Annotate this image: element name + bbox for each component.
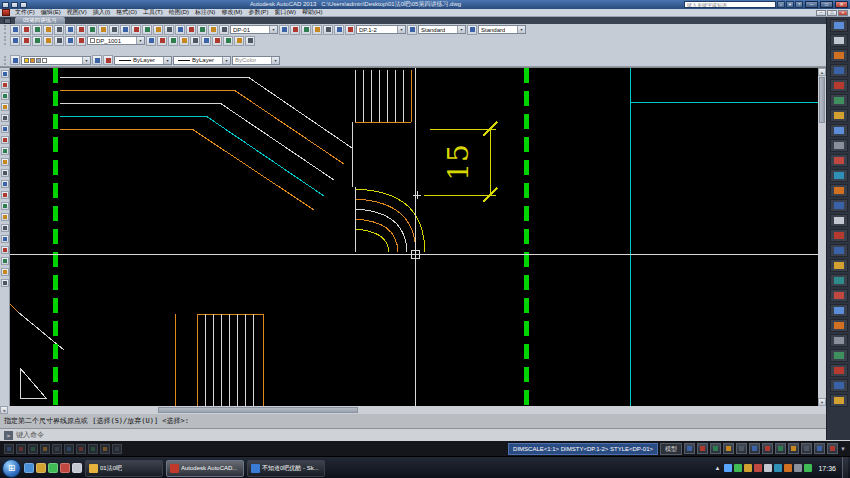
toolbar-icon[interactable] (1, 268, 9, 276)
dim-style-2-combo[interactable]: DP.1-2 ▾ (356, 25, 406, 34)
toolbar-icon[interactable] (142, 25, 152, 35)
toolbar-icon[interactable] (407, 25, 417, 35)
toolbar-icon[interactable] (467, 25, 477, 35)
toolbar-icon[interactable] (76, 36, 86, 46)
toolbar-icon[interactable] (10, 55, 20, 65)
toolbar-icon[interactable] (131, 25, 141, 35)
status-menu-caret-icon[interactable]: ▼ (840, 446, 846, 452)
palette-icon[interactable] (830, 124, 848, 137)
toolbar-icon[interactable] (1, 279, 9, 287)
palette-icon[interactable] (830, 139, 848, 152)
vertical-scroll-thumb[interactable] (819, 77, 825, 123)
palette-icon[interactable] (830, 304, 848, 317)
menu-item[interactable]: 标注(N) (192, 8, 218, 17)
status-toggle-icon[interactable] (52, 444, 62, 454)
toolbar-icon[interactable] (43, 25, 53, 35)
toolbar-icon[interactable] (1, 125, 9, 133)
palette-icon[interactable] (830, 319, 848, 332)
minimize-button[interactable]: ─ (805, 1, 818, 8)
statusbar-icon[interactable] (723, 443, 734, 454)
scroll-left-icon[interactable]: ◄ (0, 406, 8, 414)
toolbar-icon[interactable] (103, 55, 113, 65)
quick-launch-icon[interactable] (24, 463, 34, 473)
quick-launch-icon[interactable] (48, 463, 58, 473)
doc-minimize-button[interactable]: ─ (816, 10, 826, 16)
quick-launch-icon[interactable] (36, 463, 46, 473)
toolbar-icon[interactable] (65, 36, 75, 46)
vertical-scrollbar[interactable]: ▲ ▼ (818, 68, 826, 406)
acad-logo-icon[interactable] (2, 9, 10, 16)
doc-restore-button[interactable]: □ (827, 10, 837, 16)
linetype-combo[interactable]: ByLayer ▾ (173, 56, 231, 65)
tray-icon[interactable] (724, 464, 732, 472)
scroll-up-icon[interactable]: ▲ (818, 68, 826, 76)
menu-item[interactable]: 绘图(D) (166, 8, 192, 17)
tray-icon[interactable] (734, 464, 742, 472)
menu-item[interactable]: 修改(M) (218, 8, 245, 17)
toolbar-icon[interactable] (1, 246, 9, 254)
menu-item[interactable]: 格式(O) (113, 8, 140, 17)
chevron-down-icon[interactable]: ▾ (269, 26, 277, 33)
toolbar-icon[interactable] (54, 36, 64, 46)
toolbar-icon[interactable] (168, 36, 178, 46)
toolbar-grip[interactable] (4, 25, 7, 34)
menu-item[interactable]: 文件(F) (12, 8, 38, 17)
tray-icon[interactable] (744, 464, 752, 472)
menu-item[interactable]: 工具(T) (140, 8, 166, 17)
status-toggle-icon[interactable] (4, 444, 14, 454)
toolbar-icon[interactable] (1, 103, 9, 111)
toolbar-icon[interactable] (92, 55, 102, 65)
toolbar-icon[interactable] (197, 25, 207, 35)
status-toggle-icon[interactable] (28, 444, 38, 454)
palette-icon[interactable] (830, 19, 848, 32)
statusbar-icon[interactable] (801, 443, 812, 454)
chevron-down-icon[interactable]: ▾ (271, 57, 279, 64)
quick-launch-icon[interactable] (72, 463, 82, 473)
toolbar-icon[interactable] (1, 81, 9, 89)
start-button[interactable]: ⊞ (2, 459, 21, 478)
help-icon[interactable]: ? (795, 1, 803, 8)
toolbar-icon[interactable] (109, 25, 119, 35)
toolbar-icon[interactable] (32, 25, 42, 35)
toolbar-icon[interactable] (65, 25, 75, 35)
toolbar-icon[interactable] (76, 25, 86, 35)
palette-icon[interactable] (830, 379, 848, 392)
close-button[interactable]: ✕ (835, 1, 848, 8)
toolbar-icon[interactable] (190, 36, 200, 46)
palette-icon[interactable] (830, 394, 848, 407)
chevron-down-icon[interactable]: ▾ (222, 57, 230, 64)
statusbar-icon[interactable] (762, 443, 773, 454)
show-desktop-button[interactable] (842, 457, 848, 478)
palette-icon[interactable] (830, 109, 848, 122)
tray-icon[interactable] (794, 464, 802, 472)
status-toggle-icon[interactable] (88, 444, 98, 454)
statusbar-icon[interactable] (788, 443, 799, 454)
toolbar-icon[interactable] (1, 114, 9, 122)
dim-style-combo[interactable]: DP-01 ▾ (230, 25, 278, 34)
toolbar-icon[interactable] (1, 180, 9, 188)
toolbar-icon[interactable] (164, 25, 174, 35)
palette-icon[interactable] (830, 94, 848, 107)
toolbar-icon[interactable] (43, 36, 53, 46)
toolbar-icon[interactable] (290, 25, 300, 35)
chevron-down-icon[interactable]: ▾ (136, 37, 144, 44)
palette-icon[interactable] (830, 79, 848, 92)
palette-icon[interactable] (830, 229, 848, 242)
toolbar-icon[interactable] (1, 235, 9, 243)
toolbar-icon[interactable] (120, 25, 130, 35)
statusbar-icon[interactable] (749, 443, 760, 454)
toolbar-icon[interactable] (223, 36, 233, 46)
horizontal-scrollbar[interactable]: ◄ ► (0, 406, 850, 414)
text-style-combo[interactable]: Standard ▾ (418, 25, 466, 34)
toolbar-icon[interactable] (334, 25, 344, 35)
palette-icon[interactable] (830, 49, 848, 62)
plot-style-combo[interactable]: ByColor ▾ (232, 56, 280, 65)
palette-icon[interactable] (830, 34, 848, 47)
menu-item[interactable]: 窗口(W) (271, 8, 299, 17)
toolbar-icon[interactable] (10, 25, 20, 35)
menu-item[interactable]: 帮助(H) (299, 8, 325, 17)
file-tab-menu-icon[interactable] (4, 18, 11, 24)
toolbar-icon[interactable] (212, 36, 222, 46)
status-toggle-icon[interactable] (16, 444, 26, 454)
toolbar-icon[interactable] (1, 213, 9, 221)
